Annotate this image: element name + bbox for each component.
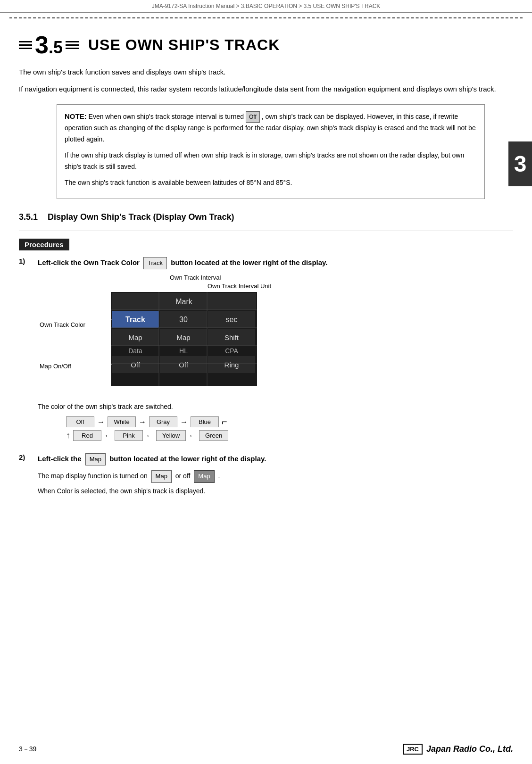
chapter-num-main: 3 xyxy=(35,31,49,58)
svg-text:30: 30 xyxy=(179,316,188,324)
step-2-or-text: or off xyxy=(175,472,191,480)
step-2-desc1: The map display function is turned on Ma… xyxy=(38,470,513,483)
svg-text:Track: Track xyxy=(125,316,145,324)
main-content: The own ship's track function saves and … xyxy=(19,66,513,496)
label-own-track-color: Own Track Color xyxy=(40,321,85,328)
breadcrumb: JMA-9172-SA Instruction Manual > 3.BASIC… xyxy=(0,0,532,13)
note-label: NOTE: xyxy=(65,112,87,120)
chapter-header: 3.5 USE OWN SHIP'S TRACK xyxy=(19,33,513,57)
arrow-2: → xyxy=(139,418,146,426)
arrow-6: ← xyxy=(189,432,196,440)
note-paragraph-3: The own ship's track function is availab… xyxy=(65,177,477,189)
company-name: Japan Radio Co., Ltd. xyxy=(426,744,513,754)
color-pink: Pink xyxy=(115,430,143,441)
svg-text:Ring: Ring xyxy=(224,361,239,369)
diagram-area: Own Track Interval Own Track Interval Un… xyxy=(38,274,302,397)
arrow-5: ← xyxy=(146,432,153,440)
jrc-label: JRC xyxy=(403,744,423,755)
color-switched-desc: The color of the own ship's track are sw… xyxy=(38,401,513,412)
color-white: White xyxy=(108,416,136,427)
arrow-1: → xyxy=(97,418,105,426)
svg-text:Map: Map xyxy=(128,333,142,341)
note-paragraph-2: If the own ship track display is turned … xyxy=(65,150,477,173)
intro-paragraph-2: If navigation equipment is connected, th… xyxy=(19,83,513,95)
step-2-content: Left-click the Map button located at the… xyxy=(38,453,513,496)
color-off: Off xyxy=(66,416,94,427)
color-gray: Gray xyxy=(149,416,177,427)
note-off-button: Off xyxy=(246,111,260,123)
arrow-4: ← xyxy=(104,432,112,440)
chapter-title: USE OWN SHIP'S TRACK xyxy=(88,36,280,54)
note-paragraph-1: NOTE: Even when own ship's track storage… xyxy=(65,110,477,145)
map-button[interactable]: Map xyxy=(85,453,106,465)
step-2-number: 2) xyxy=(19,453,38,461)
step-1-text-after: button located at the lower right of the… xyxy=(171,258,327,266)
color-row-2: ↑ Red ← Pink ← Yellow ← Green xyxy=(66,430,485,441)
chapter-number-box: 3.5 xyxy=(19,33,79,57)
track-button[interactable]: Track xyxy=(143,257,167,269)
up-arrow: ↑ xyxy=(66,431,70,440)
step-1-text-before: Left-click the Own Track Color xyxy=(38,258,140,266)
section-heading: 3.5.1 Display Own Ship's Track (Display … xyxy=(19,212,513,222)
svg-text:Off: Off xyxy=(131,361,141,369)
svg-text:HL: HL xyxy=(179,347,188,355)
footer-logo: JRC Japan Radio Co., Ltd. xyxy=(403,744,513,755)
svg-text:Mark: Mark xyxy=(175,298,193,306)
label-own-track-interval-unit: Own Track Interval Unit xyxy=(208,282,271,290)
map-off-btn[interactable]: Map xyxy=(194,470,214,483)
step-1-number: 1) xyxy=(19,257,38,265)
radar-screen-svg: Mark Track 30 sec Map Map Shift xyxy=(111,292,257,386)
step-2-desc3: When Color is selected, the own ship's t… xyxy=(38,486,513,496)
step-2-text-before: Left-click the xyxy=(38,455,82,463)
color-green: Green xyxy=(199,430,228,441)
color-cycle-diagram: Off → White → Gray → Blue ⌐ ↑ Red ← Pink… xyxy=(66,416,485,441)
map-on-btn[interactable]: Map xyxy=(151,470,172,483)
svg-text:Off: Off xyxy=(179,361,189,369)
step-2-text: Left-click the Map button located at the… xyxy=(38,453,513,465)
svg-text:sec: sec xyxy=(226,316,238,324)
label-own-track-interval: Own Track Interval xyxy=(170,274,221,281)
dashed-separator xyxy=(9,17,523,18)
procedures-label: Procedures xyxy=(19,239,69,250)
chapter-num-decimal: .5 xyxy=(49,38,63,57)
chapter-lines-left xyxy=(19,41,32,49)
page-number: 3－39 xyxy=(19,745,36,754)
section-number: 3.5.1 xyxy=(19,212,38,222)
svg-text:Data: Data xyxy=(128,347,142,355)
footer: 3－39 JRC Japan Radio Co., Ltd. xyxy=(0,744,532,755)
arrow-3: → xyxy=(180,418,188,426)
intro-paragraph-1: The own ship's track function saves and … xyxy=(19,66,513,78)
color-yellow: Yellow xyxy=(156,430,186,441)
svg-text:CPA: CPA xyxy=(225,347,238,355)
section-title: Display Own Ship's Track (Display Own Tr… xyxy=(48,212,234,222)
svg-text:Map: Map xyxy=(176,333,190,341)
step-2-text-after: button located at the lower right of the… xyxy=(109,455,266,463)
color-red: Red xyxy=(73,430,101,441)
chapter-lines-right xyxy=(66,41,79,49)
step-2-desc2-text: . xyxy=(218,472,220,480)
svg-text:Shift: Shift xyxy=(224,333,239,341)
color-row-1: Off → White → Gray → Blue ⌐ xyxy=(66,416,485,427)
step-2-desc1-text: The map display function is turned on xyxy=(38,472,148,480)
chapter-side-marker: 3 xyxy=(508,141,532,186)
step-2: 2) Left-click the Map button located at … xyxy=(19,453,513,496)
step-1-content: Left-click the Own Track Color Track but… xyxy=(38,257,513,446)
chapter-number: 3.5 xyxy=(35,33,63,57)
corner-arrow: ⌐ xyxy=(222,416,227,427)
note-box: NOTE: Even when own ship's track storage… xyxy=(57,104,485,199)
step-1-text: Left-click the Own Track Color Track but… xyxy=(38,257,513,269)
section-divider xyxy=(19,231,513,231)
color-blue: Blue xyxy=(191,416,219,427)
step-1: 1) Left-click the Own Track Color Track … xyxy=(19,257,513,446)
label-map-onoff: Map On/Off xyxy=(40,363,71,370)
